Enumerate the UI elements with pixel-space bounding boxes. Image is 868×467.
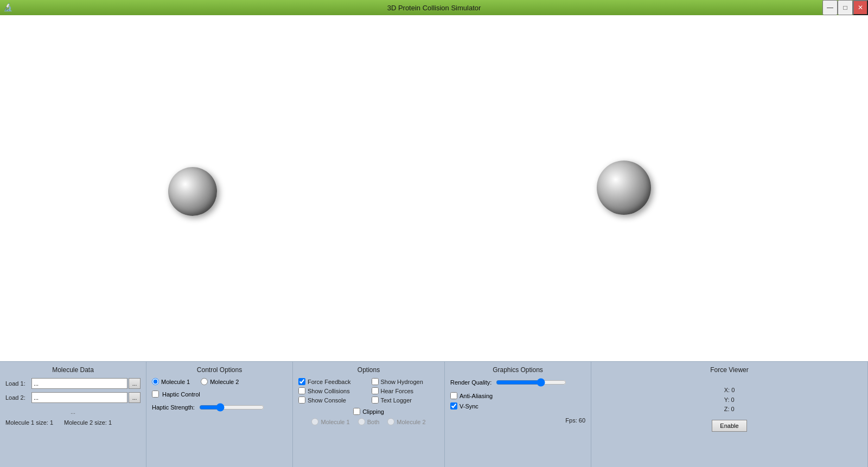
haptic-control-checkbox[interactable] bbox=[152, 391, 159, 398]
haptic-control-label: Haptic Control bbox=[162, 391, 200, 398]
force-feedback-label: Force Feedback bbox=[308, 379, 350, 385]
minimize-button[interactable]: — bbox=[822, 0, 838, 15]
options-title: Options bbox=[298, 366, 439, 374]
clip-mol1-label: Molecule 1 bbox=[321, 419, 349, 425]
haptic-strength-label: Haptic Strength: bbox=[152, 404, 195, 411]
fps-display: Fps: 60 bbox=[450, 417, 585, 424]
molecule-data-title: Molecule Data bbox=[5, 366, 141, 374]
force-coords: X: 0 Y: 0 Z: 0 bbox=[724, 386, 735, 414]
vsync-label: V-Sync bbox=[459, 403, 478, 410]
force-viewer-title: Force Viewer bbox=[597, 366, 862, 374]
text-logger-item[interactable]: Text Logger bbox=[372, 396, 439, 404]
load2-label: Load 2: bbox=[5, 394, 31, 401]
clip-mol2-radio[interactable] bbox=[387, 418, 394, 425]
show-hydrogen-checkbox[interactable] bbox=[372, 378, 379, 385]
viewport bbox=[0, 15, 868, 361]
control-options-section: Control Options Molecule 1 Molecule 2 Ha… bbox=[146, 362, 293, 467]
hear-forces-checkbox[interactable] bbox=[372, 387, 379, 394]
anti-aliasing-item[interactable]: Anti-Aliasing bbox=[450, 392, 585, 399]
force-viewer-content: X: 0 Y: 0 Z: 0 Enable bbox=[597, 378, 862, 432]
show-hydrogen-label: Show Hydrogen bbox=[381, 379, 423, 385]
clipping-checkbox[interactable] bbox=[353, 408, 360, 415]
force-viewer-section: Force Viewer X: 0 Y: 0 Z: 0 Enable bbox=[591, 362, 868, 467]
window-controls: — □ ✕ bbox=[822, 0, 868, 15]
load2-row: Load 2: ... bbox=[5, 392, 141, 403]
force-feedback-item[interactable]: Force Feedback bbox=[298, 378, 366, 385]
close-button[interactable]: ✕ bbox=[853, 0, 868, 15]
text-logger-checkbox[interactable] bbox=[372, 396, 379, 404]
molecule-2[interactable] bbox=[597, 161, 651, 215]
clipping-label: Clipping bbox=[362, 408, 384, 415]
load1-input[interactable] bbox=[31, 378, 127, 389]
haptic-strength-slider[interactable] bbox=[199, 403, 264, 412]
haptic-strength-row: Haptic Strength: bbox=[152, 403, 287, 412]
clipping-row: Clipping bbox=[298, 408, 439, 415]
load1-row: Load 1: ... bbox=[5, 378, 141, 389]
force-z: Z: 0 bbox=[724, 405, 735, 414]
molecule1-radio[interactable] bbox=[152, 378, 159, 385]
load1-button[interactable]: ... bbox=[129, 378, 141, 389]
show-collisions-item[interactable]: Show Collisions bbox=[298, 387, 366, 394]
titlebar: 🔬 3D Protein Collision Simulator — □ ✕ bbox=[0, 0, 868, 15]
hear-forces-item[interactable]: Hear Forces bbox=[372, 387, 439, 394]
mol1-size: Molecule 1 size: 1 bbox=[5, 419, 53, 426]
show-console-item[interactable]: Show Console bbox=[298, 396, 366, 404]
force-feedback-checkbox[interactable] bbox=[298, 378, 305, 385]
clip-both-label: Both bbox=[367, 419, 380, 425]
molecule-1[interactable] bbox=[168, 167, 217, 216]
options-section: Options Force Feedback Show Hydrogen Sho… bbox=[293, 362, 445, 467]
load2-input[interactable] bbox=[31, 392, 127, 403]
maximize-button[interactable]: □ bbox=[838, 0, 853, 15]
clip-mol2-item[interactable]: Molecule 2 bbox=[387, 418, 425, 425]
vsync-item[interactable]: V-Sync bbox=[450, 402, 585, 410]
bottom-panel: Molecule Data Load 1: ... Load 2: ... ..… bbox=[0, 361, 868, 467]
molecule2-radio-label: Molecule 2 bbox=[210, 379, 239, 385]
molecule2-radio[interactable] bbox=[201, 378, 208, 385]
hear-forces-label: Hear Forces bbox=[381, 388, 414, 394]
molecule-data-section: Molecule Data Load 1: ... Load 2: ... ..… bbox=[0, 362, 146, 467]
render-quality-row: Render Quality: bbox=[450, 378, 585, 387]
anti-aliasing-label: Anti-Aliasing bbox=[459, 393, 493, 399]
molecule-radio-group: Molecule 1 Molecule 2 bbox=[152, 378, 287, 385]
clip-mol1-item[interactable]: Molecule 1 bbox=[311, 418, 349, 425]
fps-label: Fps: 60 bbox=[565, 417, 585, 424]
enable-button[interactable]: Enable bbox=[712, 420, 746, 432]
force-y: Y: 0 bbox=[724, 395, 735, 405]
molecule1-radio-label: Molecule 1 bbox=[161, 379, 190, 385]
show-collisions-label: Show Collisions bbox=[308, 388, 350, 394]
load2-button[interactable]: ... bbox=[129, 392, 141, 403]
show-collisions-checkbox[interactable] bbox=[298, 387, 305, 394]
app-title: 3D Protein Collision Simulator bbox=[387, 4, 481, 12]
text-logger-label: Text Logger bbox=[381, 397, 412, 404]
molecule1-radio-item[interactable]: Molecule 1 bbox=[152, 378, 190, 385]
graphics-options-section: Graphics Options Render Quality: Anti-Al… bbox=[445, 362, 591, 467]
clip-both-item[interactable]: Both bbox=[358, 418, 380, 425]
clip-both-radio[interactable] bbox=[358, 418, 365, 425]
haptic-control-row: Haptic Control bbox=[152, 391, 287, 398]
show-console-label: Show Console bbox=[308, 397, 346, 404]
clipping-sub-options: Molecule 1 Both Molecule 2 bbox=[298, 418, 439, 425]
show-console-checkbox[interactable] bbox=[298, 396, 305, 404]
clip-mol2-label: Molecule 2 bbox=[397, 419, 425, 425]
vsync-checkbox[interactable] bbox=[450, 402, 457, 410]
render-quality-label: Render Quality: bbox=[450, 379, 492, 386]
app-logo: 🔬 bbox=[3, 3, 13, 12]
load1-label: Load 1: bbox=[5, 380, 31, 387]
show-hydrogen-item[interactable]: Show Hydrogen bbox=[372, 378, 439, 385]
clip-mol1-radio[interactable] bbox=[311, 418, 318, 425]
graphics-options-title: Graphics Options bbox=[450, 366, 585, 374]
molecule2-radio-item[interactable]: Molecule 2 bbox=[201, 378, 239, 385]
control-options-title: Control Options bbox=[152, 366, 287, 374]
render-quality-slider[interactable] bbox=[496, 378, 566, 387]
mol2-size: Molecule 2 size: 1 bbox=[64, 419, 112, 426]
molecule-sizes: Molecule 1 size: 1 Molecule 2 size: 1 bbox=[5, 419, 141, 426]
anti-aliasing-checkbox[interactable] bbox=[450, 392, 457, 399]
options-grid: Force Feedback Show Hydrogen Show Collis… bbox=[298, 378, 439, 404]
force-x: X: 0 bbox=[724, 386, 735, 395]
